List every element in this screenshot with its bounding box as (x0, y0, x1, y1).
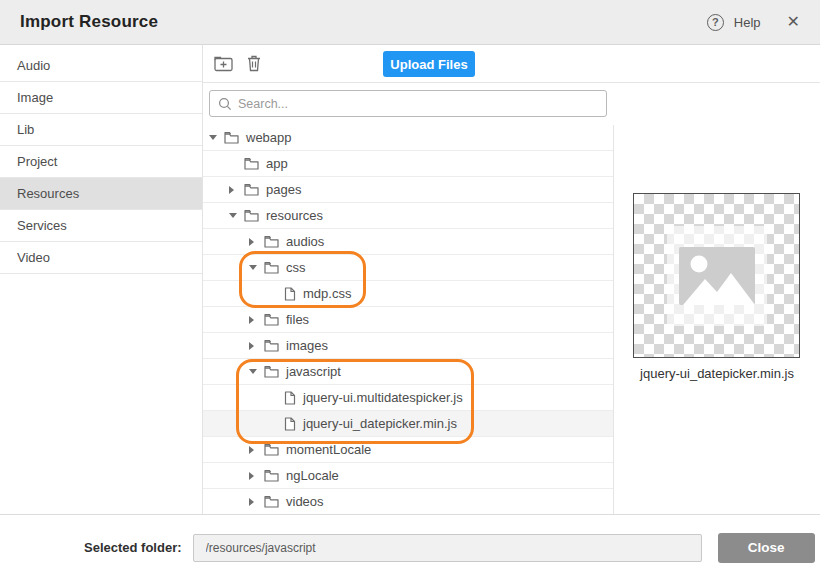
folder-icon (264, 443, 279, 456)
tree-item-label: webapp (246, 130, 292, 145)
folder-icon (244, 157, 259, 170)
tree-item-ngLocale[interactable]: ngLocale (203, 463, 613, 489)
dialog-title: Import Resource (20, 12, 158, 32)
tree-item-app[interactable]: app (203, 151, 613, 177)
sidebar-item-lib[interactable]: Lib (0, 114, 202, 146)
dialog-header: Import Resource ? Help ✕ (0, 0, 820, 45)
tree-item-images[interactable]: images (203, 333, 613, 359)
tree-item-css[interactable]: css (203, 255, 613, 281)
sidebar-item-project[interactable]: Project (0, 146, 202, 178)
tree-item-jquery-ui_datepicker.min.js[interactable]: jquery-ui_datepicker.min.js (203, 411, 613, 437)
caret-right-icon[interactable] (249, 446, 264, 454)
tree-item-label: pages (266, 182, 301, 197)
folder-icon (264, 313, 279, 326)
tree-item-label: ngLocale (286, 468, 339, 483)
folder-icon (224, 131, 239, 144)
tree-item-label: javascript (286, 364, 341, 379)
add-folder-icon[interactable] (213, 53, 235, 73)
caret-right-icon[interactable] (249, 342, 264, 350)
main-panel: Upload Files webappapppagesresourcesaudi… (203, 45, 820, 514)
tree-item-label: jquery-ui_datepicker.min.js (303, 416, 457, 431)
folder-icon (264, 261, 279, 274)
tree-item-mdp.css[interactable]: mdp.css (203, 281, 613, 307)
folder-icon (264, 469, 279, 482)
tree-item-resources[interactable]: resources (203, 203, 613, 229)
file-icon (284, 287, 296, 301)
trash-icon[interactable] (245, 53, 267, 73)
caret-down-icon[interactable] (249, 265, 264, 270)
sidebar-item-resources[interactable]: Resources (0, 178, 202, 210)
tree-item-pages[interactable]: pages (203, 177, 613, 203)
close-button[interactable]: Close (718, 533, 815, 563)
sidebar-item-audio[interactable]: Audio (0, 50, 202, 82)
folder-icon (264, 365, 279, 378)
tree-item-label: app (266, 156, 288, 171)
search-box[interactable] (209, 90, 607, 117)
help-label[interactable]: Help (734, 15, 761, 30)
tree-item-label: videos (286, 494, 324, 509)
search-icon (218, 97, 232, 111)
category-sidebar: AudioImageLibProjectResourcesServicesVid… (0, 45, 203, 514)
folder-icon (264, 339, 279, 352)
search-input[interactable] (238, 97, 598, 111)
folder-icon (264, 495, 279, 508)
tree-item-label: momentLocale (286, 442, 371, 457)
tree-item-label: files (286, 312, 309, 327)
caret-right-icon[interactable] (249, 316, 264, 324)
selected-folder-label: Selected folder: (84, 540, 182, 555)
caret-down-icon[interactable] (249, 369, 264, 374)
file-icon (284, 391, 296, 405)
folder-icon (264, 235, 279, 248)
tree-item-jquery-ui.multidatespicker.js[interactable]: jquery-ui.multidatespicker.js (203, 385, 613, 411)
caret-right-icon[interactable] (229, 186, 244, 194)
tree-item-label: resources (266, 208, 323, 223)
tree-item-label: mdp.css (303, 286, 351, 301)
dialog-footer: Selected folder: Close (0, 514, 820, 580)
tree-item-webapp[interactable]: webapp (203, 125, 613, 151)
caret-right-icon[interactable] (249, 238, 264, 246)
close-icon[interactable]: ✕ (787, 14, 800, 30)
tree-item-label: audios (286, 234, 324, 249)
file-preview (633, 193, 800, 358)
sidebar-item-image[interactable]: Image (0, 82, 202, 114)
import-resource-dialog: Import Resource ? Help ✕ AudioImageLibPr… (0, 0, 820, 580)
file-icon (284, 417, 296, 431)
preview-placeholder (667, 226, 767, 326)
image-placeholder-icon (679, 247, 755, 305)
tree-item-files[interactable]: files (203, 307, 613, 333)
folder-icon (244, 209, 259, 222)
resource-tree: webappapppagesresourcesaudioscssmdp.cssf… (203, 125, 614, 515)
header-actions: ? Help ✕ (707, 14, 800, 31)
sidebar-item-services[interactable]: Services (0, 210, 202, 242)
help-icon[interactable]: ? (707, 14, 724, 31)
tree-item-momentLocale[interactable]: momentLocale (203, 437, 613, 463)
sidebar-item-video[interactable]: Video (0, 242, 202, 274)
selected-folder-input[interactable] (193, 534, 702, 562)
tree-item-javascript[interactable]: javascript (203, 359, 613, 385)
caret-down-icon[interactable] (229, 213, 244, 218)
tree-item-label: css (286, 260, 306, 275)
folder-icon (244, 183, 259, 196)
toolbar: Upload Files (203, 45, 820, 83)
tree-item-audios[interactable]: audios (203, 229, 613, 255)
caret-right-icon[interactable] (249, 472, 264, 480)
tree-item-videos[interactable]: videos (203, 489, 613, 515)
preview-caption: jquery-ui_datepicker.min.js (611, 366, 820, 381)
tree-item-label: jquery-ui.multidatespicker.js (303, 390, 463, 405)
tree-item-label: images (286, 338, 328, 353)
caret-down-icon[interactable] (209, 135, 224, 140)
upload-files-button[interactable]: Upload Files (383, 51, 475, 77)
caret-right-icon[interactable] (249, 498, 264, 506)
